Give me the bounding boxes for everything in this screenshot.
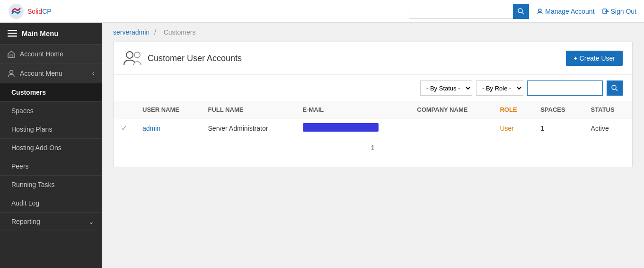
- role-value: User: [500, 125, 514, 132]
- row-username: admin: [135, 118, 201, 138]
- svg-point-11: [126, 52, 133, 58]
- col-username: USER NAME: [135, 101, 201, 118]
- page-header-left: Customer User Accounts: [123, 50, 242, 67]
- sidebar-item-hosting-addons[interactable]: Hosting Add-Ons: [0, 139, 102, 157]
- search-icon: [518, 8, 524, 15]
- sidebar: Main Menu Account Home Account Menu ‹ Cu…: [0, 23, 102, 268]
- svg-point-0: [9, 4, 24, 19]
- svg-rect-6: [8, 30, 17, 31]
- col-spaces: SPACES: [533, 101, 583, 118]
- svg-point-10: [10, 71, 13, 74]
- page-title: Customer User Accounts: [148, 54, 242, 63]
- sidebar-item-reporting[interactable]: Reporting ⌄: [0, 213, 102, 231]
- sidebar-item-peers[interactable]: Peers: [0, 157, 102, 176]
- row-fullname: Server Administrator: [201, 118, 295, 138]
- filter-search-button[interactable]: [607, 80, 623, 96]
- username-link[interactable]: admin: [142, 125, 160, 132]
- table-row: ✓ admin Server Administrator User 1 Acti…: [114, 118, 632, 138]
- header-search-area: Manage Account Sign Out: [102, 4, 636, 19]
- email-masked: [303, 123, 379, 132]
- users-table: USER NAME FULL NAME E-MAIL COMPANY NAME …: [114, 101, 632, 138]
- signout-icon: [602, 8, 609, 15]
- customer-accounts-icon: [123, 50, 142, 67]
- filter-status-select[interactable]: - By Status -: [420, 80, 472, 96]
- main-layout: Main Menu Account Home Account Menu ‹ Cu…: [0, 23, 644, 268]
- home-icon: [8, 50, 15, 58]
- sidebar-main-menu[interactable]: Main Menu: [0, 23, 102, 45]
- col-fullname: FULL NAME: [201, 101, 295, 118]
- menu-icon: [8, 30, 17, 37]
- row-role: User: [492, 118, 533, 138]
- svg-rect-7: [8, 33, 17, 34]
- breadcrumb: serveradmin / Customers: [102, 23, 644, 42]
- svg-point-12: [134, 52, 140, 58]
- sidebar-item-audit-log[interactable]: Audit Log: [0, 194, 102, 213]
- row-email: [295, 118, 410, 138]
- user-menu-icon: [8, 70, 15, 77]
- col-email: E-MAIL: [295, 101, 410, 118]
- solidcp-logo-icon: [8, 3, 25, 20]
- svg-line-2: [522, 12, 524, 14]
- manage-account-link[interactable]: Manage Account: [537, 8, 594, 15]
- col-role: ROLE: [492, 101, 533, 118]
- svg-rect-8: [8, 36, 17, 37]
- top-header: SolidCP Manage Account Sign Out: [0, 0, 644, 23]
- filter-role-select[interactable]: - By Role -: [476, 80, 523, 96]
- filter-row: - By Status - - By Role -: [114, 75, 632, 101]
- col-check: [114, 101, 135, 118]
- sidebar-item-spaces[interactable]: Spaces: [0, 102, 102, 120]
- svg-point-1: [518, 9, 522, 13]
- row-spaces: 1: [533, 118, 583, 138]
- header-search-button[interactable]: [513, 4, 529, 19]
- sidebar-item-account-home[interactable]: Account Home: [0, 45, 102, 64]
- header-links: Manage Account Sign Out: [537, 8, 636, 15]
- sidebar-item-hosting-plans[interactable]: Hosting Plans: [0, 120, 102, 139]
- svg-line-14: [616, 89, 618, 91]
- breadcrumb-root[interactable]: serveradmin: [113, 28, 150, 36]
- svg-point-3: [538, 9, 541, 12]
- sidebar-item-customers[interactable]: Customers: [0, 83, 102, 102]
- row-status: Active: [583, 118, 632, 138]
- sign-out-link[interactable]: Sign Out: [602, 8, 636, 15]
- filter-search-input[interactable]: [527, 80, 603, 96]
- page-content: Customer User Accounts + Create User - B…: [113, 42, 633, 167]
- page-header: Customer User Accounts + Create User: [114, 42, 632, 75]
- breadcrumb-current: Customers: [164, 28, 196, 36]
- row-check: ✓: [114, 118, 135, 138]
- user-icon: [537, 8, 543, 15]
- content-area: serveradmin / Customers Customer User Ac…: [102, 23, 644, 268]
- pagination-number: 1: [371, 144, 375, 152]
- logo-text: SolidCP: [27, 8, 52, 15]
- chevron-down-icon: ⌄: [88, 218, 94, 225]
- col-company: COMPANY NAME: [409, 101, 492, 118]
- svg-point-13: [612, 85, 616, 89]
- active-check-icon: ✓: [121, 124, 127, 132]
- chevron-left-icon: ‹: [92, 70, 94, 77]
- logo-area: SolidCP: [8, 3, 102, 20]
- breadcrumb-separator: /: [154, 28, 156, 36]
- create-user-button[interactable]: + Create User: [566, 51, 623, 66]
- filter-search-icon: [611, 85, 618, 91]
- col-status: STATUS: [583, 101, 632, 118]
- row-company: [409, 118, 492, 138]
- pagination: 1: [114, 138, 632, 157]
- sidebar-item-account-menu[interactable]: Account Menu ‹: [0, 64, 102, 83]
- header-search-wrapper: [409, 4, 529, 19]
- sidebar-item-running-tasks[interactable]: Running Tasks: [0, 176, 102, 194]
- header-search-input[interactable]: [409, 4, 513, 19]
